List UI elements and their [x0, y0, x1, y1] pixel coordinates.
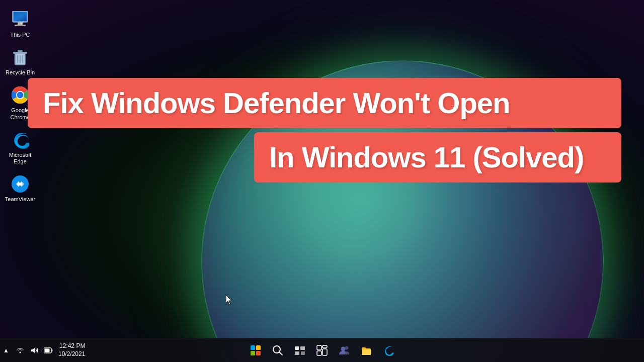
- task-view-button[interactable]: [290, 340, 310, 360]
- svg-rect-22: [295, 346, 299, 350]
- svg-rect-28: [317, 351, 321, 355]
- taskbar: ▲: [0, 338, 644, 362]
- desktop-icon-this-pc[interactable]: This PC: [3, 8, 38, 40]
- svg-rect-4: [14, 12, 27, 21]
- svg-rect-32: [362, 349, 371, 355]
- svg-rect-17: [256, 345, 261, 350]
- this-pc-icon: [10, 10, 30, 30]
- tray-expand-button[interactable]: ▲: [0, 342, 12, 358]
- system-clock[interactable]: 12:42 PM 10/2/2021: [58, 342, 85, 358]
- svg-rect-26: [317, 345, 321, 350]
- taskbar-edge-button[interactable]: [378, 340, 398, 360]
- banner-container: Fix Windows Defender Won't Open In Windo…: [28, 78, 621, 183]
- start-button[interactable]: [246, 340, 266, 360]
- svg-rect-25: [301, 351, 305, 355]
- banner-bottom: In Windows 11 (Solved): [254, 132, 621, 183]
- clock-date: 10/2/2021: [58, 350, 85, 358]
- svg-rect-36: [45, 348, 50, 352]
- svg-line-21: [279, 352, 282, 355]
- banner-title: Fix Windows Defender Won't Open: [43, 87, 606, 119]
- svg-rect-16: [251, 345, 255, 350]
- edge-icon: [10, 130, 30, 150]
- search-button[interactable]: [268, 340, 288, 360]
- taskbar-system-tray: ▲: [0, 342, 91, 358]
- teamviewer-icon: [10, 174, 30, 194]
- desktop-icon-recycle-bin[interactable]: Recycle Bin: [3, 45, 38, 78]
- svg-point-14: [17, 92, 24, 99]
- clock-time: 12:42 PM: [58, 342, 85, 350]
- desktop-icon-recycle-bin-label: Recycle Bin: [6, 69, 35, 76]
- chrome-icon: [10, 85, 30, 105]
- desktop-icon-this-pc-label: This PC: [10, 32, 30, 38]
- banner-top: Fix Windows Defender Won't Open: [28, 78, 621, 128]
- svg-rect-27: [323, 345, 327, 348]
- teams-button[interactable]: [334, 340, 354, 360]
- volume-icon[interactable]: [28, 342, 40, 358]
- network-icon[interactable]: [14, 342, 26, 358]
- recycle-bin-icon: [10, 47, 30, 67]
- battery-icon[interactable]: [42, 342, 54, 358]
- svg-rect-24: [295, 351, 299, 355]
- svg-point-33: [20, 351, 21, 353]
- banner-subtitle: In Windows 11 (Solved): [269, 141, 606, 173]
- svg-rect-23: [300, 346, 305, 350]
- svg-rect-35: [52, 349, 53, 351]
- taskbar-center-icons: [246, 340, 398, 360]
- svg-rect-18: [251, 351, 255, 355]
- svg-rect-3: [15, 25, 26, 26]
- desktop-icon-teamviewer-label: TeamViewer: [5, 196, 35, 203]
- svg-rect-2: [18, 22, 23, 25]
- svg-rect-7: [18, 50, 23, 52]
- svg-point-30: [341, 346, 346, 351]
- svg-rect-19: [256, 351, 261, 355]
- svg-point-31: [345, 346, 349, 349]
- svg-rect-29: [323, 349, 327, 355]
- system-tray-icons: ▲: [0, 342, 54, 358]
- file-explorer-button[interactable]: [356, 340, 376, 360]
- widgets-button[interactable]: [312, 340, 332, 360]
